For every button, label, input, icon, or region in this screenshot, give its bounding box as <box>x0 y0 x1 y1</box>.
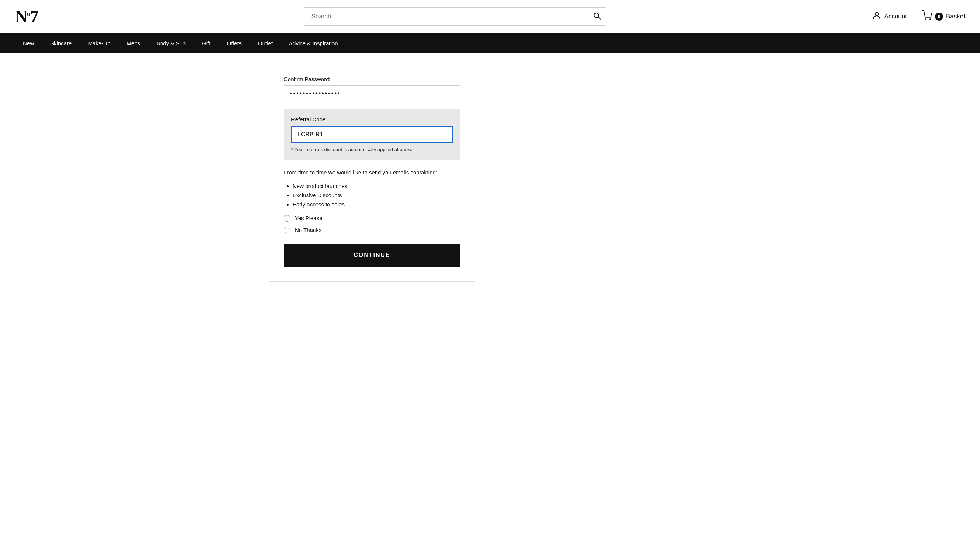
referral-note: * Your referrals discount is automatical… <box>291 147 453 152</box>
account-label: Account <box>885 13 907 20</box>
search-button[interactable] <box>593 11 601 21</box>
email-radio-group: Yes Please No Thanks <box>284 215 460 233</box>
email-pref-text: From time to time we would like to send … <box>284 168 460 177</box>
header: No7 Account <box>0 0 980 33</box>
confirm-password-group: Confirm Password: <box>284 76 460 101</box>
basket-icon <box>922 10 932 23</box>
confirm-password-input[interactable] <box>284 85 460 101</box>
nav-item-makeup[interactable]: Make-Up <box>80 33 118 54</box>
account-icon <box>872 11 881 22</box>
email-preferences-section: From time to time we would like to send … <box>284 168 460 233</box>
main-nav: New Skincare Make-Up Mens Body & Sun Gif… <box>0 33 980 54</box>
nav-item-gift[interactable]: Gift <box>194 33 218 54</box>
radio-no-input[interactable] <box>284 227 290 233</box>
header-right: Account 0 Basket <box>872 10 965 23</box>
account-link[interactable]: Account <box>872 11 907 22</box>
list-item: Exclusive Discounts <box>293 192 460 198</box>
basket-label: Basket <box>946 13 965 20</box>
nav-item-new[interactable]: New <box>15 33 42 54</box>
referral-code-label: Referral Code <box>291 116 453 122</box>
radio-yes-input[interactable] <box>284 215 290 222</box>
svg-point-2 <box>875 12 878 16</box>
basket-link[interactable]: 0 Basket <box>922 10 965 23</box>
continue-button[interactable]: CONTINUE <box>284 244 460 266</box>
email-pref-list: New product launches Exclusive Discounts… <box>284 183 460 208</box>
nav-item-bodysun[interactable]: Body & Sun <box>148 33 194 54</box>
svg-line-1 <box>598 17 600 19</box>
search-input[interactable] <box>304 7 606 26</box>
registration-form: Confirm Password: Referral Code * Your r… <box>269 65 475 282</box>
list-item: New product launches <box>293 183 460 189</box>
basket-count: 0 <box>935 13 943 21</box>
nav-item-mens[interactable]: Mens <box>118 33 148 54</box>
right-sidebar <box>490 65 711 282</box>
nav-item-offers[interactable]: Offers <box>218 33 250 54</box>
list-item: Early access to sales <box>293 201 460 208</box>
search-wrapper <box>304 7 606 26</box>
main-content: Confirm Password: Referral Code * Your r… <box>0 54 980 293</box>
logo[interactable]: No7 <box>15 8 38 25</box>
confirm-password-label: Confirm Password: <box>284 76 460 82</box>
svg-point-4 <box>930 19 931 19</box>
nav-item-advice[interactable]: Advice & Inspiration <box>281 33 346 54</box>
referral-section: Referral Code * Your referrals discount … <box>284 109 460 160</box>
radio-no-label[interactable]: No Thanks <box>284 227 460 233</box>
nav-item-outlet[interactable]: Outlet <box>250 33 281 54</box>
svg-point-3 <box>925 19 926 19</box>
nav-item-skincare[interactable]: Skincare <box>42 33 80 54</box>
radio-yes-label[interactable]: Yes Please <box>284 215 460 222</box>
referral-code-input[interactable] <box>291 126 453 143</box>
